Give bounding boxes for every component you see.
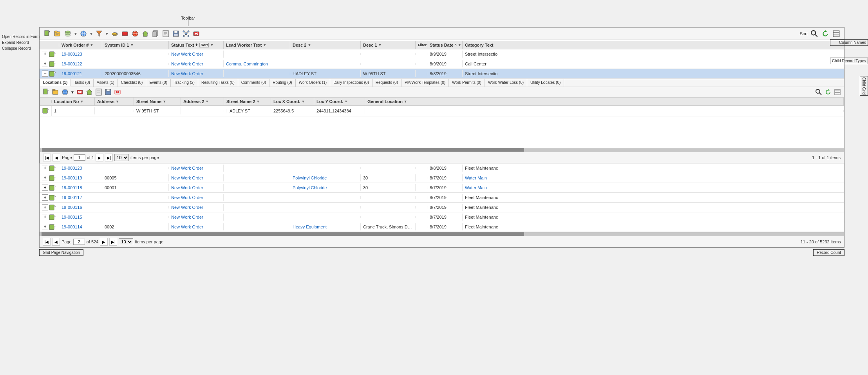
child-next-page-btn[interactable]: ▶ [96,154,103,161]
child-header-locy[interactable]: Loc Y Coord. ▼ [314,98,365,105]
wo-cell[interactable]: 19-000118 [59,184,102,191]
child-save-icon[interactable] [104,88,112,96]
wo-cell[interactable]: 19-000121 [59,70,102,77]
main-hscroll-thumb[interactable] [42,232,524,236]
home-icon[interactable] [141,29,150,38]
child-home-icon[interactable] [85,88,93,96]
child-page-input[interactable] [74,154,85,161]
tab-work-permits[interactable]: Work Permits (0) [449,79,485,87]
child-dropdown[interactable]: ▼ [71,90,74,94]
header-wo[interactable]: Work Order # ▼ [59,41,102,49]
copy-icon[interactable] [151,29,160,38]
expand-btn[interactable]: + [42,204,48,210]
child-first-page-btn[interactable]: |◀ [43,154,51,161]
wo-cell[interactable]: 19-000119 [59,174,102,181]
main-page-input[interactable] [73,239,85,245]
header-statusdate[interactable]: Status Date ^ ▼ [427,41,463,49]
locx-filter-icon[interactable]: ▼ [301,100,305,103]
addr2-filter-icon[interactable]: ▼ [205,100,209,103]
tab-requests[interactable]: Requests (0) [373,79,401,87]
expand-btn[interactable]: + [42,214,48,220]
child-items-per-page[interactable]: 10 25 50 [114,154,129,161]
stname2-filter-icon[interactable]: ▼ [256,100,260,103]
child-header-genloc[interactable]: General Location ▼ [365,98,844,105]
tab-pm-templates[interactable]: PM/Work Templates (0) [401,79,449,87]
child-doc-icon[interactable] [95,88,103,96]
expand-btn[interactable]: + [42,175,48,181]
wo-cell[interactable]: 19-000117 [59,194,102,201]
expand-btn[interactable]: + [42,194,48,201]
desc2-filter-icon[interactable]: ▼ [307,43,311,47]
child-last-page-btn[interactable]: ▶| [105,154,113,161]
header-sysid[interactable]: System ID 1 ▼ [102,41,169,49]
main-items-per-page[interactable]: 10 25 50 [119,238,133,245]
new-icon[interactable] [43,29,52,38]
status-filter-icon[interactable]: ▼ [210,43,213,47]
red-box-icon[interactable] [121,29,129,38]
wo-filter-icon[interactable]: ▼ [90,43,94,47]
child-prev-page-btn[interactable]: ◀ [52,154,60,161]
open-icon[interactable] [53,29,62,38]
child-globe-icon[interactable] [61,88,69,96]
tab-comments[interactable]: Comments (0) [238,79,269,87]
tab-work-orders[interactable]: Work Orders (1) [296,79,331,87]
wo-cell[interactable]: 19-000114 [59,223,102,230]
header-desc1[interactable]: Desc 1 ▼ [361,41,416,49]
main-hscroll[interactable] [40,232,844,236]
stname-filter-icon[interactable]: ▼ [163,100,166,103]
wo-cell[interactable]: 19-000116 [59,204,102,211]
tab-daily-inspections[interactable]: Daily Inspections (0) [330,79,373,87]
tab-locations[interactable]: Locations (1) [40,79,71,87]
save-icon[interactable] [172,29,180,38]
header-filter[interactable]: Filter ⧩ [416,41,427,49]
tab-checklist[interactable]: Checklist (0) [118,79,146,87]
main-prev-page-btn[interactable]: ◀ [52,238,60,246]
expand-btn[interactable]: + [42,51,48,57]
statusdate-filter-icon[interactable]: ▼ [458,43,461,47]
header-lead[interactable]: Lead Worker Text ▼ [224,41,290,49]
genloc-filter-icon[interactable]: ▼ [404,100,407,103]
lead-filter-icon[interactable]: ▼ [263,43,266,47]
main-first-page-btn[interactable]: |◀ [43,238,51,246]
dropdown-arrow-1[interactable]: ▼ [74,32,78,36]
locno-filter-icon[interactable]: ▼ [80,100,84,103]
main-next-page-btn[interactable]: ▶ [100,238,108,246]
child-header-addr2[interactable]: Address 2 ▼ [181,98,224,105]
child-header-stname2[interactable]: Street Name 2 ▼ [224,98,271,105]
tab-resulting-tasks[interactable]: Resulting Tasks (0) [198,79,238,87]
child-delete-icon[interactable] [76,88,84,96]
tab-utility-locates[interactable]: Utility Locates (0) [527,79,564,87]
layers-icon[interactable] [63,29,72,38]
status-sort-icon[interactable]: ⬆ [195,43,198,47]
tab-routing[interactable]: Routing (0) [269,79,295,87]
dropdown-arrow-2[interactable]: ▼ [89,32,93,36]
collapse-btn[interactable]: − [42,71,48,77]
header-status[interactable]: Status Text ⬆ Sort ▼ [169,41,224,49]
wo-cell[interactable]: 19-000122 [59,60,102,67]
red-x-icon[interactable] [192,29,201,38]
child-header-stname[interactable]: Street Name ▼ [134,98,181,105]
child-hscroll[interactable] [40,148,844,152]
desc1-filter-icon[interactable]: ▼ [378,43,382,47]
header-desc2[interactable]: Desc 2 ▼ [290,41,361,49]
child-open-icon[interactable] [52,88,60,96]
globe2-icon[interactable] [131,29,139,38]
dropdown-arrow-3[interactable]: ▼ [105,32,109,36]
statusdate-sort-icon[interactable]: ^ [455,43,457,47]
tab-events[interactable]: Events (0) [146,79,171,87]
hardhat-icon[interactable] [110,29,119,38]
expand-btn[interactable]: + [42,61,48,67]
child-header-locx[interactable]: Loc X Coord. ▼ [271,98,314,105]
expand-btn[interactable]: + [42,224,48,230]
child-cancel-icon[interactable] [114,88,121,96]
child-hscroll-thumb[interactable] [42,148,524,152]
status-sort-btn[interactable]: Sort [199,43,209,47]
address-filter-icon[interactable]: ▼ [116,100,119,103]
main-last-page-btn[interactable]: ▶| [109,238,117,246]
wo-cell[interactable]: 19-000115 [59,214,102,221]
refresh-icon[interactable] [821,29,830,38]
wo-cell[interactable]: 19-000120 [59,165,102,172]
expand-btn[interactable]: + [42,165,48,171]
doc-icon[interactable] [161,29,170,38]
network-icon[interactable] [182,29,190,38]
